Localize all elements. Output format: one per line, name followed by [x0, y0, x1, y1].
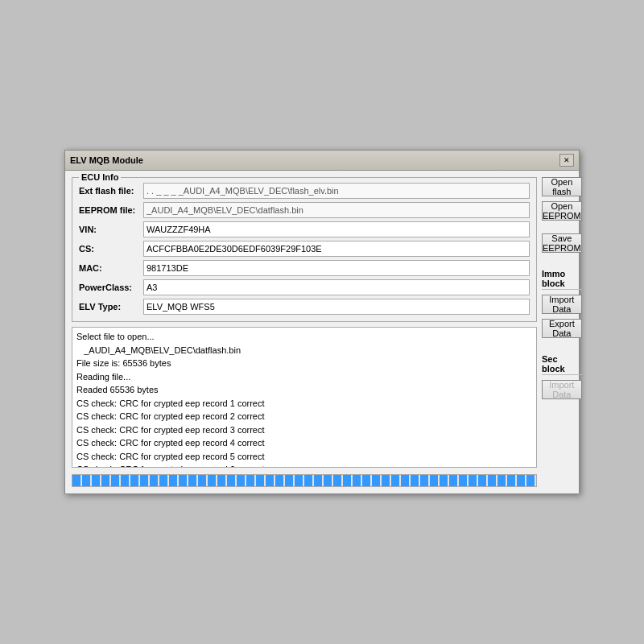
close-button[interactable]: ✕ [559, 154, 574, 167]
vin-input[interactable] [143, 221, 530, 237]
ext-flash-input [143, 183, 530, 199]
sec-import-data-button[interactable]: Import Data [542, 380, 582, 399]
cs-label: CS: [79, 244, 143, 254]
log-area[interactable]: Select file to open... _AUDI_A4_MQB\ELV_… [72, 327, 537, 468]
power-class-row: PowerClass: [79, 279, 530, 295]
elv-type-input[interactable] [143, 299, 530, 315]
elv-type-label: ELV Type: [79, 302, 143, 312]
progress-bar-fill [72, 475, 536, 486]
mac-label: MAC: [79, 263, 143, 273]
export-data-button[interactable]: Export Data [542, 319, 582, 338]
ecu-info-group: ECU Info Ext flash file: EEPROM file: VI… [72, 177, 537, 322]
power-class-input[interactable] [143, 279, 530, 295]
log-content: Select file to open... _AUDI_A4_MQB\ELV_… [76, 330, 532, 468]
cs-row: CS: [79, 241, 530, 257]
import-data-button[interactable]: Import Data [542, 295, 582, 314]
save-eeprom-button[interactable]: Save EEPROM [542, 233, 582, 253]
title-bar: ELV MQB Module ✕ [65, 151, 579, 171]
power-class-label: PowerClass: [79, 283, 143, 292]
left-panel: ECU Info Ext flash file: EEPROM file: VI… [72, 177, 537, 487]
ecu-info-label: ECU Info [79, 172, 121, 182]
main-window: ELV MQB Module ✕ ECU Info Ext flash file… [64, 150, 580, 494]
progress-bar [72, 474, 537, 487]
open-eeprom-button[interactable]: Open EEPROM [542, 201, 582, 221]
immo-block-label: Immo block [542, 269, 582, 290]
right-panel: Open flash Open EEPROM Save EEPROM Immo … [542, 177, 582, 487]
vin-label: VIN: [79, 225, 143, 234]
sec-block-label: Sec block [542, 354, 582, 375]
ext-flash-row: Ext flash file: [79, 183, 530, 199]
cs-input[interactable] [143, 241, 530, 257]
vin-row: VIN: [79, 221, 530, 237]
eeprom-input [143, 202, 530, 218]
window-body: ECU Info Ext flash file: EEPROM file: VI… [65, 171, 579, 493]
open-flash-button[interactable]: Open flash [542, 177, 582, 196]
eeprom-label: EEPROM file: [79, 205, 143, 215]
mac-row: MAC: [79, 260, 530, 276]
title-bar-controls: ✕ [559, 154, 574, 167]
window-title: ELV MQB Module [70, 155, 143, 165]
mac-input[interactable] [143, 260, 530, 276]
elv-type-row: ELV Type: [79, 299, 530, 315]
eeprom-row: EEPROM file: [79, 202, 530, 218]
ext-flash-label: Ext flash file: [79, 186, 143, 196]
